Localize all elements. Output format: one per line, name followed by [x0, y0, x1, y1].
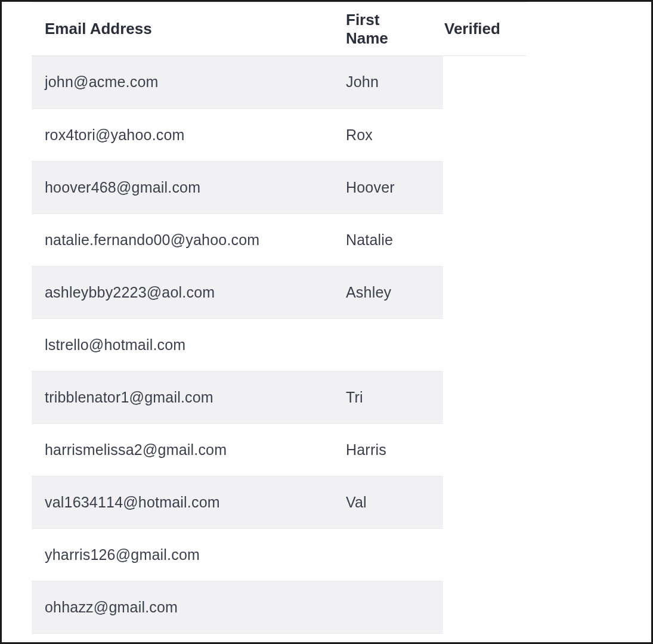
table-row[interactable]: ashleybby2223@aol.comAshley [32, 266, 443, 318]
cell-first-name: Natalie [333, 213, 443, 266]
table-header: Email Address First Name Verified [32, 2, 527, 56]
cell-email: harrismelissa2@gmail.com [32, 423, 333, 476]
table-row[interactable]: lstrello@hotmail.com [32, 318, 443, 371]
cell-email: john@acme.com [32, 56, 333, 109]
contacts-table-body: john@acme.comJohnrox4tori@yahoo.comRoxho… [32, 56, 443, 634]
column-header-first-name[interactable]: First Name [333, 2, 431, 56]
cell-email: rox4tori@yahoo.com [32, 109, 333, 161]
table-row[interactable]: tribblenator1@gmail.comTri [32, 371, 443, 423]
cell-first-name: Val [333, 476, 443, 528]
table-row[interactable]: val1634114@hotmail.comVal [32, 476, 443, 528]
table-row[interactable]: yharris126@gmail.com [32, 528, 443, 581]
table-row[interactable]: harrismelissa2@gmail.comHarris [32, 423, 443, 476]
cell-first-name: John [333, 56, 443, 109]
cell-email: val1634114@hotmail.com [32, 476, 333, 528]
column-header-email[interactable]: Email Address [32, 2, 333, 56]
cell-email: tribblenator1@gmail.com [32, 371, 333, 423]
column-header-verified[interactable]: Verified [431, 2, 527, 56]
table-row[interactable]: ohhazz@gmail.com [32, 581, 443, 633]
cell-email: ohhazz@gmail.com [32, 581, 333, 633]
table-row[interactable]: natalie.fernando00@yahoo.comNatalie [32, 213, 443, 266]
cell-first-name [333, 528, 443, 581]
cell-first-name: Tri [333, 371, 443, 423]
cell-first-name: Harris [333, 423, 443, 476]
contacts-table: Email Address First Name Verified [32, 2, 527, 56]
cell-first-name [333, 318, 443, 371]
table-row[interactable]: rox4tori@yahoo.comRox [32, 109, 443, 161]
cell-first-name: Rox [333, 109, 443, 161]
cell-first-name [333, 581, 443, 633]
contacts-table-container: Email Address First Name Verified john@a… [2, 2, 651, 634]
cell-email: lstrello@hotmail.com [32, 318, 333, 371]
table-row[interactable]: hoover468@gmail.comHoover [32, 161, 443, 213]
cell-email: natalie.fernando00@yahoo.com [32, 213, 333, 266]
cell-email: hoover468@gmail.com [32, 161, 333, 213]
cell-email: ashleybby2223@aol.com [32, 266, 333, 318]
cell-email: yharris126@gmail.com [32, 528, 333, 581]
cell-first-name: Ashley [333, 266, 443, 318]
cell-first-name: Hoover [333, 161, 443, 213]
table-row[interactable]: john@acme.comJohn [32, 56, 443, 109]
